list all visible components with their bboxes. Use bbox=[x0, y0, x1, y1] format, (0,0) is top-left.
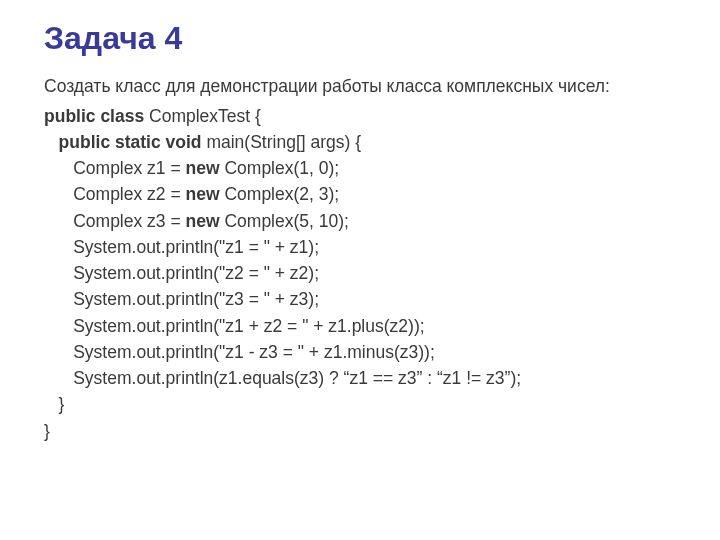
code-line: public static void main(String[] args) { bbox=[44, 129, 676, 155]
slide-title: Задача 4 bbox=[44, 20, 676, 57]
code-line: System.out.println("z1 = " + z1); bbox=[44, 234, 676, 260]
code-line: System.out.println("z3 = " + z3); bbox=[44, 286, 676, 312]
code-line: System.out.println(z1.equals(z3) ? “z1 =… bbox=[44, 365, 676, 391]
code-line: } bbox=[44, 391, 676, 417]
code-line: Complex z2 = new Complex(2, 3); bbox=[44, 181, 676, 207]
code-line: Complex z3 = new Complex(5, 10); bbox=[44, 208, 676, 234]
code-line: System.out.println("z1 + z2 = " + z1.plu… bbox=[44, 313, 676, 339]
code-line: public class ComplexTest { bbox=[44, 103, 676, 129]
intro-text: Создать класс для демонстрации работы кл… bbox=[44, 75, 676, 99]
code-line: } bbox=[44, 418, 676, 444]
code-block: public class ComplexTest { public static… bbox=[44, 103, 676, 444]
code-line: System.out.println("z2 = " + z2); bbox=[44, 260, 676, 286]
code-line: Complex z1 = new Complex(1, 0); bbox=[44, 155, 676, 181]
code-line: System.out.println("z1 - z3 = " + z1.min… bbox=[44, 339, 676, 365]
